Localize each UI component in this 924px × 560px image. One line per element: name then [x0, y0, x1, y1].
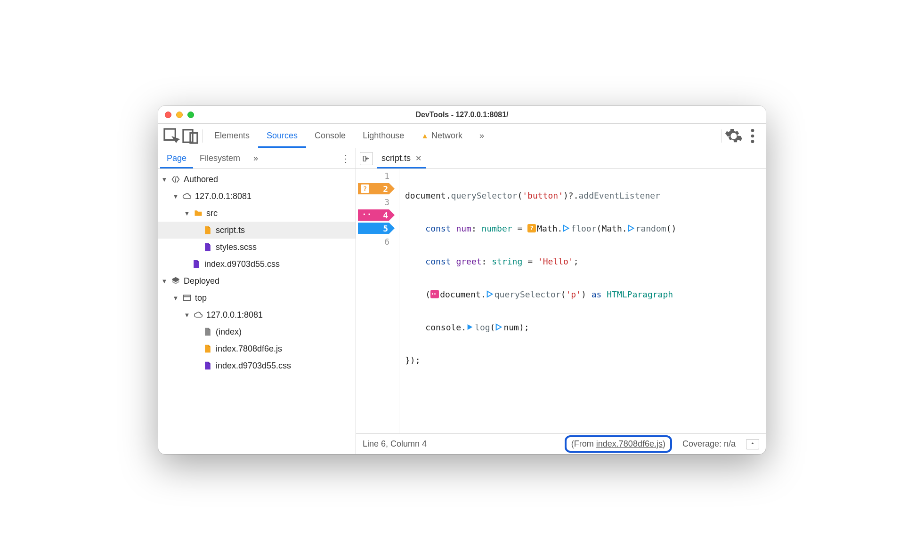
svg-rect-1: [183, 129, 193, 142]
source-map-filename: index.7808df6e.js: [596, 439, 663, 448]
disclosure-triangle-icon[interactable]: ▼: [161, 278, 168, 285]
tree-file-css1[interactable]: index.d9703d55.css: [158, 256, 356, 272]
breakpoint-badge: ?: [361, 184, 369, 193]
editor-tab-label: script.ts: [381, 153, 411, 163]
line-number[interactable]: 5: [356, 222, 399, 235]
inspect-element-icon[interactable]: [162, 127, 181, 145]
svg-rect-6: [184, 295, 191, 301]
tree-label: 127.0.0.1:8081: [206, 310, 263, 320]
svg-rect-8: [363, 156, 365, 161]
editor-tabs: script.ts ✕: [356, 148, 766, 169]
deployed-icon: [170, 276, 181, 286]
tab-lighthouse[interactable]: Lighthouse: [354, 124, 413, 148]
cloud-icon: [193, 310, 203, 320]
code-line: const greet: string = 'Hello';: [405, 255, 766, 268]
tab-network[interactable]: ▲ Network: [413, 124, 471, 148]
tree-folder-src[interactable]: ▼ src: [158, 205, 356, 222]
tree-label: index.7808df6e.js: [216, 344, 282, 354]
gutter[interactable]: 1 ? 2 3 ·· 4: [356, 169, 399, 433]
navigator-more-tabs[interactable]: »: [247, 148, 265, 168]
conditional-breakpoint-icon[interactable]: ? 2: [358, 183, 395, 194]
code-line: console.log(num);: [405, 320, 766, 334]
zoom-window-button[interactable]: [187, 112, 194, 118]
device-toolbar-icon[interactable]: [181, 127, 200, 145]
inline-breakpoint-icon[interactable]: [627, 224, 635, 232]
disclosure-triangle-icon[interactable]: ▼: [184, 210, 190, 217]
panel-tabs: Elements Sources Console Lighthouse ▲ Ne…: [206, 124, 493, 148]
tree-label: Authored: [184, 175, 218, 184]
close-window-button[interactable]: [165, 112, 171, 118]
more-tabs-button[interactable]: »: [471, 124, 493, 148]
css-file-icon: [203, 360, 213, 371]
disclosure-triangle-icon[interactable]: ▼: [172, 193, 179, 200]
inline-breakpoint-icon[interactable]: [486, 290, 494, 298]
navigator-tab-filesystem[interactable]: Filesystem: [193, 148, 247, 168]
settings-icon[interactable]: [724, 127, 743, 145]
breakpoint-icon[interactable]: 5: [358, 223, 395, 234]
tree-host[interactable]: ▼ 127.0.0.1:8081: [158, 188, 356, 205]
tree-label: src: [206, 208, 218, 218]
tree-label: index.d9703d55.css: [216, 361, 291, 371]
titlebar: DevTools - 127.0.0.1:8081/: [158, 106, 766, 124]
code-line: (document.querySelector('p') as HTMLPara…: [405, 288, 766, 301]
line-number[interactable]: 6: [356, 235, 399, 248]
separator: [203, 129, 203, 143]
js-file-icon: [203, 225, 213, 235]
cursor-position: Line 6, Column 4: [363, 439, 427, 449]
toggle-navigator-icon[interactable]: [360, 152, 373, 165]
inline-breakpoint-icon[interactable]: [466, 323, 474, 331]
disclosure-triangle-icon[interactable]: ▼: [184, 312, 190, 319]
tree-host-deployed[interactable]: ▼ 127.0.0.1:8081: [158, 306, 356, 323]
traffic-lights: [165, 112, 194, 118]
panel-body: Page Filesystem » ⋮ ▼ Authored ▼ 127.0.0…: [158, 148, 766, 454]
code-content[interactable]: document.querySelector('button')?.addEve…: [399, 169, 766, 433]
tree-frame-top[interactable]: ▼ top: [158, 289, 356, 306]
show-drawer-icon[interactable]: [746, 439, 759, 449]
tab-sources[interactable]: Sources: [258, 124, 306, 148]
code-line: document.querySelector('button')?.addEve…: [405, 189, 766, 202]
tree-group-deployed[interactable]: ▼ Deployed: [158, 272, 356, 289]
code-brackets-icon: [170, 174, 181, 184]
editor-statusbar: Line 6, Column 4 (From index.7808df6e.js…: [356, 433, 766, 454]
tree-file-indexcss[interactable]: index.d9703d55.css: [158, 357, 356, 374]
file-tree: ▼ Authored ▼ 127.0.0.1:8081 ▼ src script…: [158, 169, 356, 454]
css-file-icon: [191, 259, 202, 269]
navigator-sidebar: Page Filesystem » ⋮ ▼ Authored ▼ 127.0.0…: [158, 148, 356, 454]
tree-file-styles[interactable]: styles.scss: [158, 239, 356, 256]
logpoint-icon[interactable]: ·· 4: [358, 209, 395, 221]
tab-elements[interactable]: Elements: [206, 124, 258, 148]
tree-file-script[interactable]: script.ts: [158, 222, 356, 239]
folder-icon: [193, 208, 203, 218]
navigator-tab-page[interactable]: Page: [160, 148, 193, 168]
inline-breakpoint-icon[interactable]: ?: [527, 224, 536, 232]
close-tab-icon[interactable]: ✕: [415, 154, 421, 163]
css-file-icon: [203, 242, 213, 252]
tree-group-authored[interactable]: ▼ Authored: [158, 171, 356, 188]
tree-label: 127.0.0.1:8081: [195, 192, 251, 201]
editor-tab-script[interactable]: script.ts ✕: [377, 148, 426, 168]
disclosure-triangle-icon[interactable]: ▼: [161, 176, 168, 183]
tab-console[interactable]: Console: [306, 124, 354, 148]
inline-breakpoint-icon[interactable]: [562, 224, 570, 232]
warning-icon: ▲: [421, 132, 429, 140]
breakpoint-badge: ··: [362, 209, 372, 219]
kebab-menu-icon[interactable]: [743, 127, 762, 145]
navigator-kebab-icon[interactable]: ⋮: [338, 153, 354, 164]
minimize-window-button[interactable]: [176, 112, 183, 118]
tree-file-index[interactable]: (index): [158, 323, 356, 340]
svg-point-3: [751, 129, 754, 132]
line-number[interactable]: 1: [356, 169, 399, 182]
disclosure-triangle-icon[interactable]: ▼: [172, 295, 179, 302]
separator: [721, 129, 721, 143]
inline-logpoint-icon[interactable]: [430, 290, 439, 298]
source-map-link[interactable]: (From index.7808df6e.js): [565, 435, 672, 453]
code-editor[interactable]: 1 ? 2 3 ·· 4: [356, 169, 766, 433]
inline-breakpoint-icon[interactable]: [495, 323, 503, 331]
line-number[interactable]: ·· 4: [356, 208, 399, 222]
svg-point-4: [751, 134, 754, 137]
main-toolbar: Elements Sources Console Lighthouse ▲ Ne…: [158, 124, 766, 148]
line-number[interactable]: 3: [356, 195, 399, 208]
tree-file-indexjs[interactable]: index.7808df6e.js: [158, 340, 356, 357]
line-number[interactable]: ? 2: [356, 182, 399, 195]
tree-label: top: [195, 293, 207, 303]
